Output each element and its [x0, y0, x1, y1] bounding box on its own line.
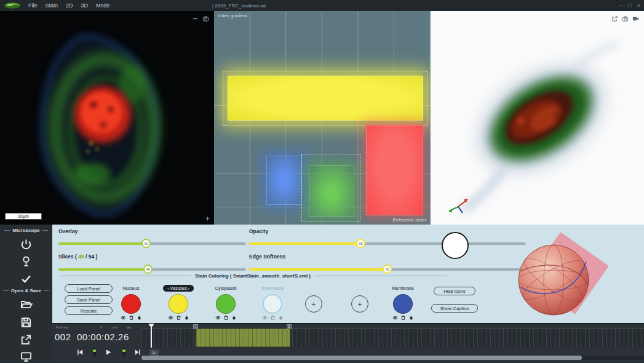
gradient-region-green[interactable]	[309, 165, 354, 217]
gradient-region-yellow[interactable]	[228, 76, 423, 121]
gradient-editor-title: Index gradient	[218, 14, 248, 18]
microscopy-app-window: File Stain 2D 3D Mode | 2609_FRC_bruttim…	[0, 0, 644, 363]
power-icon[interactable]	[20, 238, 33, 250]
load-panel-button[interactable]: Load Panel	[65, 284, 113, 293]
stain-color-swatch[interactable]	[216, 294, 236, 314]
timeline-selected-range[interactable]	[196, 329, 290, 347]
document-title: | 2609_FRC_bruttims.nd	[212, 3, 266, 9]
render-controls-panel: Overlay 30 Slices ( 49 / 94 ) 49 Opacity…	[52, 225, 644, 323]
stain-cytoplasm: Cytoplasm	[206, 281, 245, 321]
stain-coloring-header: Stain Coloring ( SmartStain_smooth_short…	[58, 273, 447, 279]
menu-stain[interactable]: Stain	[46, 2, 58, 9]
eye-icon[interactable]	[392, 315, 398, 321]
stain-intermedia: Intermedia	[253, 281, 292, 321]
skip-to-start-button[interactable]	[76, 348, 84, 356]
export-icon[interactable]	[20, 333, 33, 346]
minimize-button[interactable]: –	[619, 2, 622, 9]
trash-icon[interactable]	[223, 315, 229, 321]
add-stain-button[interactable]: +	[305, 295, 322, 313]
snapshot-camera-icon[interactable]	[622, 15, 629, 22]
brush-icon[interactable]	[278, 315, 284, 321]
eye-icon[interactable]	[262, 315, 268, 321]
timecode-display: 00:00:02.26	[77, 332, 129, 342]
trash-icon[interactable]	[129, 315, 134, 321]
viewport-3d-render[interactable]	[431, 11, 644, 225]
clipping-sphere-preview[interactable]	[483, 225, 644, 323]
show-caption-button[interactable]: Show Caption	[431, 304, 478, 313]
slices-slider-label: Slices ( 49 / 94 )	[58, 253, 97, 260]
add-stain-button[interactable]: +	[351, 295, 368, 313]
stain-color-swatch[interactable]	[393, 294, 413, 314]
opacity-slider-handle[interactable]: 65	[356, 239, 365, 248]
trash-icon[interactable]	[400, 315, 406, 321]
overlay-slider[interactable]: 30	[58, 242, 246, 245]
edge-softness-slider-handle[interactable]: 76	[383, 265, 392, 274]
stain-color-swatch[interactable]	[169, 294, 188, 314]
playback-speed[interactable]: 1x	[149, 349, 159, 356]
collapse-panel-icon[interactable]	[192, 15, 199, 22]
record-video-icon[interactable]	[632, 15, 639, 22]
play-button[interactable]	[104, 348, 113, 356]
snapshot-camera-icon[interactable]	[202, 15, 209, 22]
sidebar-section-open-save: Open & Save	[3, 288, 49, 293]
viewport-2d-fluorescence[interactable]: 10μm	[0, 11, 214, 225]
scale-bar: 10μm	[5, 213, 42, 220]
menu-file[interactable]: File	[28, 2, 38, 9]
display-icon[interactable]	[20, 351, 33, 363]
gradient-region-blue[interactable]	[266, 156, 302, 205]
export-view-icon[interactable]	[611, 15, 618, 22]
timeline-scrollbar-thumb[interactable]	[141, 356, 582, 360]
stain-empty-slot: +	[340, 281, 380, 314]
eye-icon[interactable]	[168, 315, 173, 321]
timeline-panel: Frames h min sec 002 00:00:02.26 1x A B	[52, 323, 644, 363]
stain-color-swatch[interactable]	[121, 294, 141, 314]
brush-icon[interactable]	[408, 315, 414, 321]
viewport-index-gradient-editor[interactable]: Index gradient Refractive Index	[214, 11, 431, 225]
stain-membrane: Membrane	[383, 281, 423, 321]
save-panel-button[interactable]: Save Panel	[65, 295, 113, 304]
trash-icon[interactable]	[176, 315, 181, 321]
check-icon[interactable]	[20, 273, 33, 285]
slices-slider[interactable]: 49	[58, 268, 246, 271]
lamp-icon[interactable]	[20, 255, 33, 268]
menu-mode[interactable]: Mode	[96, 2, 110, 9]
hide-icons-button[interactable]: Hide Icons	[434, 287, 475, 295]
background-color-picker[interactable]	[442, 232, 469, 259]
trash-icon[interactable]	[270, 315, 276, 321]
stain-color-swatch[interactable]	[263, 294, 282, 314]
brush-icon[interactable]	[231, 315, 237, 321]
range-end-marker[interactable]: B	[287, 324, 292, 329]
minutes-unit-label: min	[112, 325, 118, 329]
maximize-button[interactable]: □	[628, 2, 631, 9]
overlay-slider-label: Overlay	[58, 228, 78, 234]
stain-label: Nucleus	[122, 285, 139, 291]
slices-slider-handle[interactable]: 49	[143, 265, 153, 274]
stain-label: Cytoplasm	[215, 285, 236, 291]
gradient-region-red[interactable]	[366, 125, 423, 215]
brush-icon[interactable]	[137, 315, 142, 321]
seconds-unit-label: sec	[126, 325, 132, 329]
playback-fader[interactable]	[93, 348, 96, 357]
zoom-plus-icon[interactable]	[205, 216, 210, 221]
overlay-slider-handle[interactable]: 30	[141, 239, 151, 248]
save-icon[interactable]	[20, 316, 33, 329]
range-start-marker[interactable]: A	[193, 324, 198, 329]
open-folder-icon[interactable]	[20, 298, 33, 311]
eye-icon[interactable]	[215, 315, 221, 321]
rescale-button[interactable]: Rescale	[65, 306, 113, 315]
frames-label: Frames	[56, 325, 68, 329]
skip-to-end-button[interactable]	[133, 348, 142, 356]
eye-icon[interactable]	[121, 315, 126, 321]
cell-fluorescence-image	[0, 11, 214, 225]
menu-3d[interactable]: 3D	[81, 2, 89, 9]
menu-2d[interactable]: 2D	[66, 2, 73, 9]
tool-sidebar: Microscope Open & Save	[0, 225, 52, 363]
stain-label-selected[interactable]: Vesicles	[163, 285, 194, 292]
playback-fader[interactable]	[122, 348, 125, 357]
stain-nucleus: Nucleus	[111, 281, 151, 321]
brush-icon[interactable]	[184, 315, 189, 321]
close-button[interactable]: ×	[637, 2, 640, 9]
window-controls: – □ ×	[619, 2, 640, 9]
opacity-slider-label: Opacity	[249, 228, 268, 234]
menubar: File Stain 2D 3D Mode | 2609_FRC_bruttim…	[0, 0, 644, 11]
